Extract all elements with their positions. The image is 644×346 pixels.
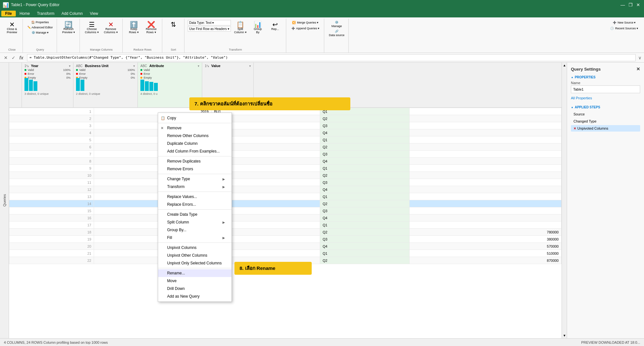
minimize-button[interactable]: — [620, 2, 626, 8]
table-row[interactable]: 20 2020 BU2 Q4 570000 [9, 243, 562, 250]
table-row[interactable]: 3 2019 BU1 Q3 [9, 122, 562, 129]
table-row[interactable]: 17 2020 BU2 Q1 [9, 222, 562, 229]
bu-filter-btn[interactable]: ▾ [133, 64, 135, 68]
ctx-arrow-split-column: ▶ [223, 221, 225, 224]
context-menu-item-fill[interactable]: Fill▶ [158, 234, 232, 242]
table-row[interactable]: 18 2020 BU2 Q2 780000 [9, 229, 562, 236]
table-row[interactable]: 5 2020 BU1 Q1 [9, 136, 562, 143]
context-menu-item-unpivot-cols[interactable]: Unpivot Columns [158, 244, 232, 252]
table-row[interactable]: 10 2021 BU1 Q2 [9, 172, 562, 179]
context-menu-item-replace-errors[interactable]: Replace Errors... [158, 201, 232, 208]
name-input[interactable] [571, 85, 640, 93]
menu-transform[interactable]: Transform [34, 11, 58, 16]
menu-add-column[interactable]: Add Column [58, 11, 86, 16]
context-menu-separator [158, 242, 232, 243]
new-source-button[interactable]: ➕New Source ▾ [611, 20, 638, 25]
context-menu-item-remove[interactable]: ✕Remove [158, 124, 232, 132]
table-row[interactable]: 8 2020 BU1 Q4 [9, 158, 562, 165]
menu-view[interactable]: View [87, 11, 101, 16]
context-menu-item-split-column[interactable]: Split Column▶ [158, 218, 232, 226]
step-source[interactable]: Source [571, 111, 640, 117]
table-row[interactable]: 9 2021 BU1 Q1 [9, 165, 562, 172]
sort-button[interactable]: ⇅ [166, 20, 182, 29]
table-row[interactable]: 16 2019 BU2 Q4 [9, 214, 562, 222]
step-changed-type[interactable]: Changed Type [571, 118, 640, 124]
manage-button[interactable]: ⚙️ Manage ▾ [30, 30, 50, 35]
row-number: 14 [9, 200, 94, 207]
group-by-button[interactable]: 📊 GroupBy [250, 20, 266, 35]
context-menu-item-rename[interactable]: Rename... [158, 269, 232, 277]
attr-cell: Q3 [320, 236, 409, 243]
table-row[interactable]: 2 2019 BU1 Q2 [9, 115, 562, 122]
context-menu-item-remove-other-cols[interactable]: Remove Other Columns [158, 132, 232, 140]
menu-file[interactable]: File [1, 11, 16, 16]
replace-button[interactable]: ↩ Rep... [267, 20, 283, 32]
merge-queries-button[interactable]: 🔀Merge Queries ▾ [290, 20, 320, 25]
manage-datasource-button[interactable]: ⚙️Manage [330, 20, 343, 28]
context-menu-item-add-col-examples[interactable]: Add Column From Examples... [158, 147, 232, 155]
context-menu-item-drill-down[interactable]: Drill Down [158, 285, 232, 292]
formula-check-button[interactable]: ✓ [10, 54, 17, 61]
remove-rows-button[interactable]: ❌ RemoveRows ▾ [143, 20, 159, 35]
attr-filter-btn[interactable]: ▾ [198, 64, 199, 68]
ctx-arrow-fill: ▶ [223, 236, 225, 240]
context-menu-item-move[interactable]: Move [158, 277, 232, 285]
close-button[interactable]: ✕ [635, 2, 641, 8]
table-row[interactable]: 19 2020 BU2 Q3 380000 [9, 236, 562, 243]
context-menu-item-unpivot-other-cols[interactable]: Unpivot Other Columns [158, 252, 232, 259]
table-row[interactable]: 21 2021 BU2 Q1 510000 [9, 250, 562, 257]
bu-empty-stat: Empty 0% [76, 76, 135, 79]
context-menu-item-change-type[interactable]: Change Type▶ [158, 175, 232, 183]
table-row[interactable]: 7 2020 BU1 Q3 [9, 151, 562, 158]
table-row[interactable]: 11 2021 BU1 Q3 [9, 179, 562, 186]
close-preview-button[interactable]: ✕ Close &Preview [4, 20, 20, 35]
data-type-dropdown[interactable]: Data Type: Text ▾ [188, 20, 231, 25]
advanced-editor-button[interactable]: ✏️ Advanced Editor [26, 25, 54, 30]
context-menu-item-transform[interactable]: Transform▶ [158, 183, 232, 191]
table-row[interactable]: 6 2020 BU1 Q2 [9, 143, 562, 151]
maximize-button[interactable]: ❐ [627, 2, 634, 8]
properties-button[interactable]: 🏠 Properties [30, 20, 50, 25]
value-cell: 570000 [410, 243, 562, 250]
table-row[interactable]: 12 2021 BU1 Q4 [9, 186, 562, 193]
scroll-up-button[interactable]: ▲ [562, 63, 567, 68]
table-row[interactable]: 14 2019 BU2 Q2 [9, 200, 562, 207]
table-row[interactable]: 4 2019 BU1 Q4 [9, 129, 562, 136]
menu-home[interactable]: Home [16, 11, 33, 16]
context-menu-item-group-by[interactable]: Group By... [158, 226, 232, 234]
vertical-scrollbar[interactable]: ▲ ▼ [562, 63, 567, 338]
formula-expand-button[interactable]: ∨ [638, 55, 641, 60]
step-unpivoted-columns[interactable]: ✕ Unpivoted Columns [571, 125, 640, 132]
context-menu-item-create-data-type[interactable]: Create Data Type [158, 211, 232, 218]
context-menu-item-unpivot-selected[interactable]: Unpivot Only Selected Columns [158, 259, 232, 267]
all-properties-link[interactable]: All Properties [571, 96, 592, 100]
table-row[interactable]: 15 2019 BU2 Q3 [9, 207, 562, 214]
value-cell [410, 165, 562, 172]
row-number: 9 [9, 165, 94, 172]
context-menu-item-duplicate-col[interactable]: Duplicate Column [158, 140, 232, 147]
formula-fx-button[interactable]: fx [18, 54, 24, 61]
context-menu-item-copy[interactable]: 📋Copy [158, 114, 232, 122]
context-menu-item-remove-errors[interactable]: Remove Errors [158, 165, 232, 173]
keep-rows-button[interactable]: ⬆️ KeepRows ▾ [126, 20, 142, 35]
context-menu-item-replace-values[interactable]: Replace Values... [158, 193, 232, 201]
scroll-down-button[interactable]: ▼ [562, 333, 567, 338]
recent-sources-button[interactable]: 🕒Recent Sources ▾ [608, 26, 640, 31]
table-row[interactable]: 13 2019 BU2 Q1 [9, 193, 562, 200]
data-source-button[interactable]: 🔗Data source [327, 29, 346, 37]
panel-close-button[interactable]: ✕ [636, 66, 640, 72]
append-queries-button[interactable]: ➕Append Queries ▾ [289, 26, 322, 31]
formula-input[interactable] [27, 54, 636, 61]
split-column-button[interactable]: 📋 SplitColumn ▾ [232, 20, 249, 35]
replace-icon: ↩ [272, 21, 278, 28]
remove-columns-button[interactable]: ✕ RemoveColumns ▾ [102, 20, 120, 35]
context-menu-item-add-new-query[interactable]: Add as New Query [158, 292, 232, 300]
context-menu-item-remove-dups[interactable]: Remove Duplicates [158, 157, 232, 165]
formula-cross-button[interactable]: ✕ [3, 54, 9, 61]
choose-columns-button[interactable]: ☰ ChooseColumns ▾ [83, 20, 101, 35]
year-filter-btn[interactable]: ▾ [69, 64, 71, 68]
value-filter-btn[interactable]: ▾ [249, 64, 251, 68]
refresh-preview-button[interactable]: 🔄 RefreshPreview ▾ [60, 20, 77, 35]
bu-distinct: 2 distinct, 0 unique [76, 92, 135, 95]
use-first-row-dropdown[interactable]: Use First Row as Headers ▾ [188, 26, 231, 32]
